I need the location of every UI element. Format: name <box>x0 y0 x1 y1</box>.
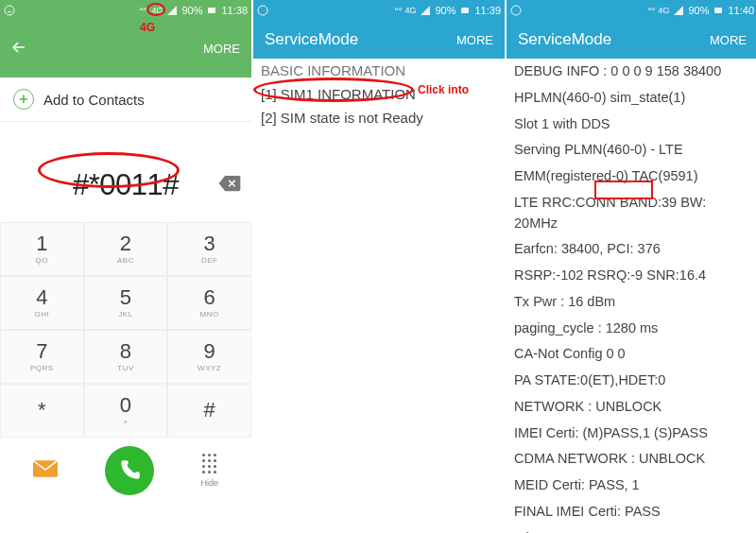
signal-icon <box>673 5 684 16</box>
signal-icon <box>166 5 178 16</box>
key-6[interactable]: 6MNO <box>167 276 251 330</box>
svc-header: ᶰᵉ 4G 90% 11:39 ServiceMode MORE <box>253 0 505 59</box>
status-time: 11:39 <box>474 5 501 16</box>
list-item-sim-state[interactable]: [2] SIM state is not Ready <box>253 106 505 129</box>
debug-row: IMEI Certi: (M)PASS,1 (S)PASS <box>507 421 756 447</box>
call-button[interactable] <box>105 446 154 495</box>
key-hash[interactable]: # <box>167 384 251 438</box>
pane-servicemode-debug: ᶰᵉ 4G 90% 11:40 ServiceMode MORE DEBUG I… <box>507 0 756 533</box>
whatsapp-icon <box>257 5 268 16</box>
back-icon[interactable] <box>9 38 28 61</box>
battery-percent: 90% <box>435 5 455 16</box>
keypad: 1QO 2ABC 3DEF 4GHI 5JKL 6MNO 7PQRS 8TUV … <box>0 222 251 438</box>
whatsapp-icon <box>4 5 15 16</box>
more-button[interactable]: MORE <box>710 33 747 47</box>
svg-point-0 <box>5 6 14 15</box>
debug-row: Slot 1 with DDS <box>507 112 756 138</box>
debug-row: HPLMN(460-0) sim_state(1) <box>507 85 756 112</box>
status-bar: ᶰᵉ 4G 90% 11:38 <box>0 0 251 21</box>
signal-icon <box>420 5 431 16</box>
svc-header: ᶰᵉ 4G 90% 11:40 ServiceMode MORE <box>507 0 756 59</box>
debug-row: Earfcn: 38400, PCI: 376 <box>507 236 756 263</box>
key-5[interactable]: 5JKL <box>84 276 168 330</box>
status-net-icon: ᶰᵉ 4G <box>395 6 417 15</box>
status-time: 11:38 <box>221 5 248 16</box>
key-1[interactable]: 1QO <box>0 222 84 276</box>
key-0[interactable]: 0+ <box>84 384 168 438</box>
debug-row: NETWORK : UNBLOCK <box>507 394 756 421</box>
dialed-number: #*0011# <box>73 168 179 202</box>
battery-percent: 90% <box>688 5 709 16</box>
battery-icon <box>713 5 724 16</box>
key-8[interactable]: 8TUV <box>84 330 168 384</box>
more-button[interactable]: MORE <box>456 33 493 47</box>
status-net-icon: ᶰᵉ <box>140 6 147 15</box>
dots-icon <box>202 454 217 474</box>
keypad-hide-button[interactable]: Hide <box>201 454 219 488</box>
debug-row: FINAL IMEI Certi: PASS <box>507 499 756 525</box>
status-4g-icon: 4G <box>151 6 163 15</box>
debug-row: DEBUG INFO : 0 0 0 9 158 38400 <box>507 59 756 85</box>
status-time: 11:40 <box>728 5 754 16</box>
status-bar: ᶰᵉ 4G 90% 11:39 <box>253 0 505 21</box>
debug-row: Tx Pwr : 16 dBm <box>507 289 756 316</box>
more-button[interactable]: MORE <box>203 42 240 56</box>
page-title: ServiceMode <box>265 30 358 49</box>
key-3[interactable]: 3DEF <box>167 222 251 276</box>
svg-point-3 <box>258 6 267 15</box>
page-title: ServiceMode <box>518 30 611 49</box>
key-2[interactable]: 2ABC <box>84 222 168 276</box>
key-star[interactable]: * <box>0 384 84 438</box>
debug-row: Unknown 0 <box>507 525 756 534</box>
dialed-number-area: #*0011# <box>0 148 251 222</box>
status-bar: ᶰᵉ 4G 90% 11:40 <box>507 0 756 21</box>
battery-icon <box>459 5 471 16</box>
svc-list: BASIC INFORMATION [1] SIM1 INFORMATION [… <box>253 59 505 129</box>
debug-row: CDMA NETWORK : UNBLOCK <box>507 446 756 473</box>
svg-point-5 <box>511 6 521 15</box>
svg-rect-1 <box>208 8 215 13</box>
plus-icon: + <box>13 89 34 110</box>
debug-row: LTE RRC:CONN BAND:39 BW: 20MHz <box>507 190 756 237</box>
debug-row: RSRP:-102 RSRQ:-9 SNR:16.4 <box>507 263 756 289</box>
dialer-bottom-bar: Hide <box>0 438 251 504</box>
backspace-icon[interactable] <box>217 174 242 197</box>
key-9[interactable]: 9WXYZ <box>167 330 251 384</box>
debug-row: PA STATE:0(ET),HDET:0 <box>507 368 756 394</box>
add-to-contacts-label: Add to Contacts <box>43 92 145 108</box>
debug-row: CA-Not Config 0 0 <box>507 341 756 368</box>
status-net-icon: ᶰᵉ 4G <box>648 6 670 15</box>
debug-row: MEID Certi: PASS, 1 <box>507 473 756 499</box>
mail-icon[interactable] <box>33 460 58 481</box>
battery-percent: 90% <box>181 5 202 16</box>
debug-row: paging_cycle : 1280 ms <box>507 316 756 342</box>
add-to-contacts-row[interactable]: + Add to Contacts <box>0 77 251 122</box>
hide-label: Hide <box>201 478 219 488</box>
dialer-header: MORE <box>0 21 251 77</box>
list-item-sim1-info[interactable]: [1] SIM1 INFORMATION <box>253 82 505 106</box>
debug-row: Serving PLMN(460-0) - LTE <box>507 137 756 163</box>
svg-rect-6 <box>714 8 722 13</box>
whatsapp-icon <box>510 5 522 16</box>
key-7[interactable]: 7PQRS <box>0 330 84 384</box>
key-4[interactable]: 4GHI <box>0 276 84 330</box>
debug-list: DEBUG INFO : 0 0 0 9 158 38400 HPLMN(460… <box>507 59 756 533</box>
pane-dialer: ᶰᵉ 4G 90% 11:38 MORE + Add to Contacts #… <box>0 0 251 533</box>
debug-row: EMM(registered-0) TAC(9591) <box>507 163 756 190</box>
svg-rect-4 <box>461 8 469 13</box>
pane-servicemode-list: ᶰᵉ 4G 90% 11:39 ServiceMode MORE BASIC I… <box>253 0 505 533</box>
battery-icon <box>206 5 217 16</box>
list-item-basic-info[interactable]: BASIC INFORMATION <box>253 59 505 82</box>
